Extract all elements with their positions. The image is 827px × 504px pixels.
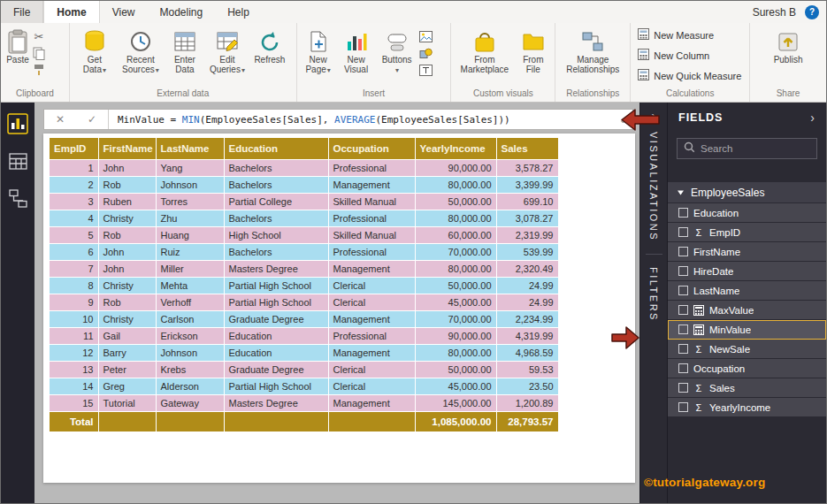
help-icon[interactable]: ?: [805, 5, 819, 19]
from-file-button[interactable]: FromFile: [516, 27, 551, 76]
table-row[interactable]: 3RubenTorresPartial CollegeSkilled Manua…: [50, 194, 558, 210]
table-row[interactable]: 2RobJohnsonBachelorsManagement80,000.003…: [50, 177, 558, 194]
table-row[interactable]: 10ChristyCarlsonGraduate DegreeManagemen…: [50, 311, 558, 328]
from-marketplace-button[interactable]: FromMarketplace: [456, 27, 514, 76]
tab-modeling[interactable]: Modeling: [147, 1, 215, 23]
cell-empid: 7: [50, 261, 98, 278]
field-checkbox[interactable]: [678, 305, 688, 315]
table-row[interactable]: 7JohnMillerMasters DegreeManagement80,00…: [50, 261, 558, 278]
new-column-button[interactable]: New Column: [634, 46, 713, 65]
table-node-employeesales[interactable]: EmployeeSales: [668, 182, 826, 203]
cell-empid: 11: [50, 328, 98, 345]
table-row[interactable]: 5RobHuangHigh SchoolSkilled Manual60,000…: [50, 227, 558, 244]
field-item-occupation[interactable]: Occupation: [668, 359, 826, 378]
new-visual-button[interactable]: NewVisual: [338, 27, 375, 76]
col-header-yearlyincome[interactable]: YearlyIncome: [415, 138, 496, 160]
field-item-hiredate[interactable]: HireDate: [668, 262, 826, 281]
copy-icon[interactable]: [33, 46, 45, 60]
field-checkbox[interactable]: [678, 344, 688, 354]
field-label: EmpID: [709, 227, 740, 238]
cell-lastname: Yang: [156, 160, 224, 177]
publish-button[interactable]: Publish: [766, 27, 810, 66]
field-checkbox[interactable]: [678, 286, 688, 295]
tab-help[interactable]: Help: [215, 1, 262, 23]
field-item-newsale[interactable]: ΣNewSale: [668, 340, 826, 359]
tab-view[interactable]: View: [100, 1, 148, 23]
publish-icon: [777, 28, 800, 55]
field-checkbox[interactable]: [678, 208, 688, 218]
field-checkbox[interactable]: [678, 383, 688, 393]
table-row[interactable]: 9RobVerhoffPartial High SchoolClerical45…: [50, 294, 558, 311]
field-item-sales[interactable]: ΣSales: [668, 378, 826, 398]
expand-triangle-icon: [677, 187, 685, 199]
table-row[interactable]: 14GregAldersonPartial High SchoolClerica…: [50, 378, 558, 395]
visualizations-collapsed-tab[interactable]: VISUALIZATIONS: [648, 132, 659, 241]
search-input[interactable]: [701, 143, 827, 154]
formula-commit-icon[interactable]: ✓: [76, 113, 108, 126]
table-row[interactable]: 13PeterKrebsGraduate DegreeClerical50,00…: [50, 362, 558, 378]
table-row[interactable]: 8ChristyMehtaPartial High SchoolClerical…: [50, 278, 558, 294]
field-checkbox[interactable]: [678, 227, 688, 237]
col-header-occupation[interactable]: Occupation: [328, 138, 415, 160]
col-header-lastname[interactable]: LastName: [156, 138, 224, 160]
manage-relationships-button[interactable]: ManageRelationships: [559, 27, 626, 76]
cell-firstname: Barry: [98, 345, 156, 362]
red-arrow-right-icon: [611, 323, 640, 356]
table-row[interactable]: 15TutorialGatewayMasters DegreeManagemen…: [50, 395, 558, 412]
table-row[interactable]: 4ChristyZhuBachelorsProfessional80,000.0…: [50, 210, 558, 227]
field-checkbox[interactable]: [678, 325, 688, 334]
tab-home[interactable]: Home: [43, 1, 99, 23]
insert-group-label: Insert: [297, 88, 451, 102]
field-item-firstname[interactable]: FirstName: [668, 242, 826, 262]
col-header-sales[interactable]: Sales: [496, 138, 558, 160]
field-item-yearlyincome[interactable]: ΣYearlyIncome: [668, 398, 826, 417]
col-header-empid[interactable]: EmpID: [50, 138, 98, 160]
table-row[interactable]: 6JohnRuizBachelorsProfessional70,000.005…: [50, 244, 558, 261]
enter-data-button[interactable]: EnterData: [165, 27, 204, 76]
field-item-minvalue[interactable]: MinValue: [668, 320, 826, 340]
shapes-icon[interactable]: [419, 46, 433, 60]
new-quick-measure-button[interactable]: New Quick Measure: [634, 66, 745, 85]
col-header-firstname[interactable]: FirstName: [98, 138, 156, 160]
text-box-icon[interactable]: [419, 63, 433, 77]
field-item-education[interactable]: Education: [668, 203, 826, 223]
fields-search[interactable]: [677, 138, 817, 159]
cell-yearlyincome: 80,000.00: [415, 345, 496, 362]
table-row[interactable]: 1JohnYangBachelorsProfessional90,000.003…: [50, 160, 558, 177]
new-measure-button[interactable]: New Measure: [634, 26, 717, 44]
report-view-icon[interactable]: [7, 113, 28, 134]
field-item-maxvalue[interactable]: MaxValue: [668, 301, 826, 320]
field-checkbox[interactable]: [678, 247, 688, 256]
table-row[interactable]: 11GailEricksonEducationProfessional90,00…: [50, 328, 558, 345]
formula-cancel-icon[interactable]: ✕: [44, 113, 76, 126]
signed-in-user[interactable]: Suresh B: [753, 6, 796, 19]
new-page-button[interactable]: NewPage▾: [301, 27, 336, 77]
get-data-button[interactable]: GetData▾: [73, 27, 116, 77]
field-item-empid[interactable]: ΣEmpID: [668, 223, 826, 242]
ribbon-group-calculations: New Measure New Column New Quick Measure…: [631, 23, 750, 102]
filters-collapsed-tab[interactable]: FILTERS: [648, 267, 659, 322]
cell-firstname: Rob: [98, 294, 156, 311]
data-view-icon[interactable]: [7, 150, 28, 172]
field-checkbox[interactable]: [678, 402, 688, 412]
col-header-education[interactable]: Education: [224, 138, 328, 160]
buttons-button[interactable]: Buttons▾: [377, 27, 417, 77]
paste-button[interactable]: Paste: [4, 27, 31, 66]
dax-formula-text[interactable]: MinValue = MIN(EmployeeSales[Sales], AVE…: [118, 114, 510, 126]
image-icon[interactable]: [419, 29, 433, 43]
field-item-lastname[interactable]: LastName: [668, 281, 826, 301]
edit-queries-button[interactable]: EditQueries▾: [206, 27, 249, 77]
dax-formula-bar[interactable]: ✕ ✓ MinValue = MIN(EmployeeSales[Sales],…: [43, 109, 633, 130]
table-row[interactable]: 12BarryJohnsonEducationManagement80,000.…: [50, 345, 558, 362]
field-checkbox[interactable]: [678, 266, 688, 276]
tab-file[interactable]: File: [1, 1, 43, 23]
recent-sources-button[interactable]: RecentSources▾: [118, 27, 164, 77]
field-checkbox[interactable]: [678, 363, 688, 373]
cell-sales: 3,578.27: [496, 160, 558, 177]
format-painter-icon[interactable]: [33, 63, 45, 77]
employee-sales-table-visual[interactable]: EmpID FirstName LastName Education Occup…: [50, 138, 559, 432]
collapse-fields-chevron-icon[interactable]: ›: [810, 111, 816, 125]
refresh-button[interactable]: Refresh: [250, 27, 289, 66]
cut-icon[interactable]: ✂: [33, 29, 45, 43]
model-view-icon[interactable]: [7, 187, 28, 209]
